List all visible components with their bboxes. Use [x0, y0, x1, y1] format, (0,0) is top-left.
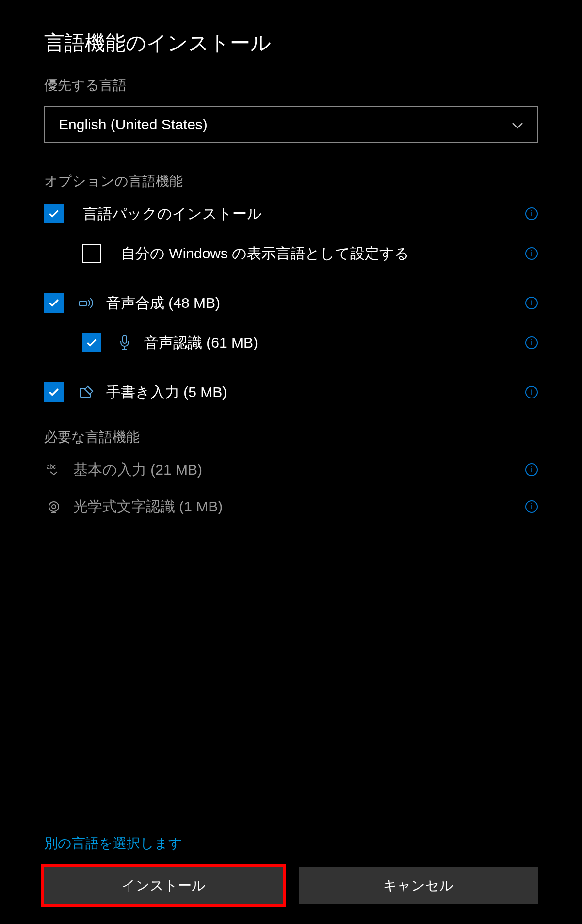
required-label: 基本の入力 (21 MB)	[73, 460, 525, 480]
dialog-title: 言語機能のインストール	[44, 30, 538, 57]
feature-label: 言語パックのインストール	[83, 204, 525, 224]
cancel-button[interactable]: キャンセル	[299, 867, 538, 904]
abc-icon: abc	[44, 460, 64, 479]
feature-label: 手書き入力 (5 MB)	[106, 382, 525, 402]
required-row-basic-typing: abc 基本の入力 (21 MB) i	[44, 458, 538, 481]
feature-row-handwriting: 手書き入力 (5 MB) i	[44, 381, 538, 404]
svg-point-5	[52, 505, 56, 509]
info-icon[interactable]: i	[525, 463, 538, 476]
info-icon[interactable]: i	[525, 336, 538, 349]
svg-point-4	[49, 502, 59, 511]
checkbox-speech-recognition[interactable]	[82, 333, 101, 352]
checkbox-handwriting[interactable]	[44, 382, 64, 402]
checkbox-display-language[interactable]	[82, 244, 101, 263]
svg-text:abc: abc	[47, 463, 56, 470]
svg-rect-1	[123, 335, 127, 343]
info-icon[interactable]: i	[525, 297, 538, 309]
button-row: インストール キャンセル	[44, 867, 538, 904]
optional-features-label: オプションの言語機能	[44, 172, 538, 191]
ocr-icon	[44, 497, 64, 516]
feature-label: 自分の Windows の表示言語として設定する	[121, 244, 525, 264]
feature-row-tts: 音声合成 (48 MB) i	[44, 291, 538, 315]
feature-row-speech-recognition: 音声認識 (61 MB) i	[44, 331, 538, 354]
pen-icon	[77, 382, 97, 402]
speaker-icon	[77, 293, 97, 313]
required-row-ocr: 光学式文字認識 (1 MB) i	[44, 495, 538, 518]
preferred-language-select[interactable]: English (United States)	[44, 106, 538, 143]
required-features-label: 必要な言語機能	[44, 428, 538, 446]
language-install-dialog: 言語機能のインストール 優先する言語 English (United State…	[15, 5, 567, 919]
chevron-down-icon	[512, 117, 523, 132]
feature-label: 音声合成 (48 MB)	[106, 293, 525, 313]
required-feature-list: abc 基本の入力 (21 MB) i 光学式文字認識 (1 MB) i	[44, 458, 538, 518]
info-icon[interactable]: i	[525, 207, 538, 220]
checkbox-language-pack[interactable]	[44, 204, 64, 223]
checkbox-tts[interactable]	[44, 293, 64, 313]
info-icon[interactable]: i	[525, 500, 538, 513]
select-other-language-link[interactable]: 別の言語を選択します	[44, 834, 538, 853]
feature-row-display-language: 自分の Windows の表示言語として設定する i	[44, 242, 538, 265]
svg-rect-0	[80, 301, 86, 306]
preferred-language-value: English (United States)	[59, 116, 208, 133]
info-icon[interactable]: i	[525, 386, 538, 398]
mic-icon	[115, 333, 134, 352]
install-button[interactable]: インストール	[44, 867, 283, 904]
info-icon[interactable]: i	[525, 247, 538, 260]
feature-row-language-pack: 言語パックのインストール i	[44, 202, 538, 225]
required-label: 光学式文字認識 (1 MB)	[73, 497, 525, 517]
optional-feature-list: 言語パックのインストール i 自分の Windows の表示言語として設定する …	[44, 202, 538, 404]
feature-label: 音声認識 (61 MB)	[144, 333, 525, 353]
preferred-language-label: 優先する言語	[44, 76, 538, 95]
